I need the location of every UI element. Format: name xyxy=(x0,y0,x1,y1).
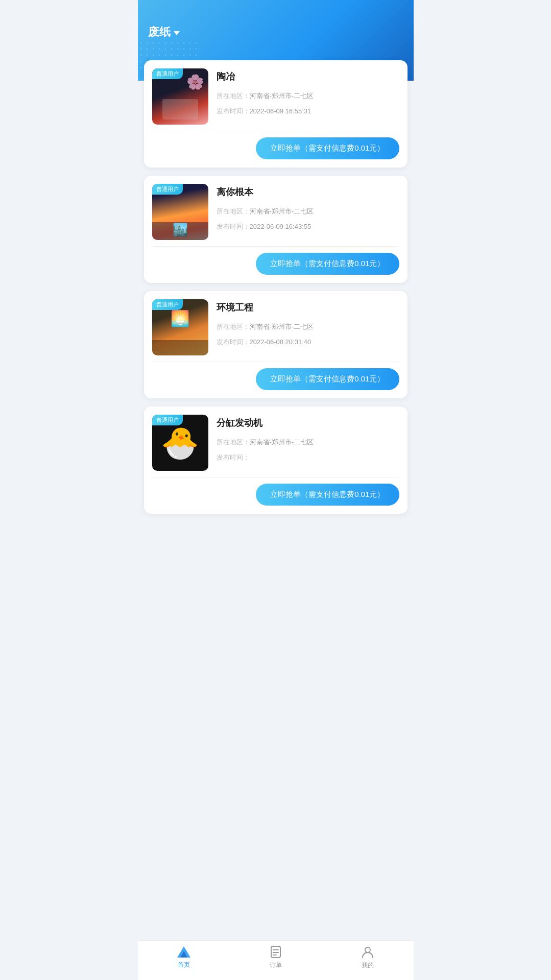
card-region-4: 所在地区：河南省-郑州市-二七区 xyxy=(217,437,399,447)
card-time-4: 发布时间： xyxy=(217,452,399,463)
card-divider-1 xyxy=(152,131,399,131)
svg-point-4 xyxy=(365,947,370,952)
card-name-1: 陶冶 xyxy=(217,70,399,83)
card-name-4: 分缸发动机 xyxy=(217,417,399,429)
card-region-2: 所在地区：河南省-郑州市-二七区 xyxy=(217,206,399,217)
card-time-1: 发布时间：2022-06-09 16:55:31 xyxy=(217,106,399,116)
user-icon xyxy=(361,945,375,959)
header-title-row: 废纸 xyxy=(148,25,403,40)
card-name-2: 离你根本 xyxy=(217,186,399,198)
card-divider-2 xyxy=(152,246,399,247)
home-icon xyxy=(177,945,191,959)
nav-label-order: 订单 xyxy=(270,961,282,970)
chevron-down-icon[interactable] xyxy=(174,31,180,35)
card-4: 普通用户 分缸发动机 所在地区：河南省-郑州市-二七区 发布时间： 立即抢单（需… xyxy=(144,407,408,514)
order-icon xyxy=(269,945,283,959)
nav-item-home[interactable]: 首页 xyxy=(166,945,202,969)
card-image-wrap-4: 普通用户 xyxy=(152,415,208,471)
card-top-3: 普通用户 环境工程 所在地区：河南省-郑州市-二七区 发布时间：2022-06-… xyxy=(152,299,399,355)
user-badge-4: 普通用户 xyxy=(152,415,183,425)
nav-label-home: 首页 xyxy=(178,961,190,969)
card-region-3: 所在地区：河南省-郑州市-二七区 xyxy=(217,322,399,332)
card-action-row-2: 立即抢单（需支付信息费0.01元） xyxy=(152,253,399,275)
card-action-row-4: 立即抢单（需支付信息费0.01元） xyxy=(152,484,399,506)
grab-btn-2[interactable]: 立即抢单（需支付信息费0.01元） xyxy=(256,253,399,275)
card-1: 普通用户 陶冶 所在地区：河南省-郑州市-二七区 发布时间：2022-06-09… xyxy=(144,60,408,168)
content-area: 普通用户 陶冶 所在地区：河南省-郑州市-二七区 发布时间：2022-06-09… xyxy=(138,60,414,573)
user-badge-2: 普通用户 xyxy=(152,184,183,195)
bottom-nav: 首页 订单 我的 xyxy=(138,940,414,980)
card-top-4: 普通用户 分缸发动机 所在地区：河南省-郑州市-二七区 发布时间： xyxy=(152,415,399,471)
grab-btn-1[interactable]: 立即抢单（需支付信息费0.01元） xyxy=(256,137,399,159)
card-2: 普通用户 离你根本 所在地区：河南省-郑州市-二七区 发布时间：2022-06-… xyxy=(144,176,408,283)
user-badge-1: 普通用户 xyxy=(152,68,183,79)
card-info-4: 分缸发动机 所在地区：河南省-郑州市-二七区 发布时间： xyxy=(217,415,399,467)
card-action-row-1: 立即抢单（需支付信息费0.01元） xyxy=(152,137,399,159)
card-divider-3 xyxy=(152,362,399,362)
card-region-1: 所在地区：河南省-郑州市-二七区 xyxy=(217,91,399,101)
nav-label-mine: 我的 xyxy=(362,961,374,970)
card-image-wrap-1: 普通用户 xyxy=(152,68,208,125)
card-time-2: 发布时间：2022-06-09 16:43:55 xyxy=(217,222,399,232)
card-info-3: 环境工程 所在地区：河南省-郑州市-二七区 发布时间：2022-06-08 20… xyxy=(217,299,399,352)
card-3: 普通用户 环境工程 所在地区：河南省-郑州市-二七区 发布时间：2022-06-… xyxy=(144,291,408,398)
card-top-1: 普通用户 陶冶 所在地区：河南省-郑州市-二七区 发布时间：2022-06-09… xyxy=(152,68,399,125)
card-info-2: 离你根本 所在地区：河南省-郑州市-二七区 发布时间：2022-06-09 16… xyxy=(217,184,399,236)
grab-btn-3[interactable]: 立即抢单（需支付信息费0.01元） xyxy=(256,368,399,390)
card-time-3: 发布时间：2022-06-08 20:31:40 xyxy=(217,337,399,347)
card-top-2: 普通用户 离你根本 所在地区：河南省-郑州市-二七区 发布时间：2022-06-… xyxy=(152,184,399,240)
card-image-wrap-2: 普通用户 xyxy=(152,184,208,240)
grab-btn-4[interactable]: 立即抢单（需支付信息费0.01元） xyxy=(256,484,399,506)
card-image-wrap-3: 普通用户 xyxy=(152,299,208,355)
card-action-row-3: 立即抢单（需支付信息费0.01元） xyxy=(152,368,399,390)
nav-item-mine[interactable]: 我的 xyxy=(350,945,386,970)
card-info-1: 陶冶 所在地区：河南省-郑州市-二七区 发布时间：2022-06-09 16:5… xyxy=(217,68,399,121)
card-name-3: 环境工程 xyxy=(217,301,399,314)
header-title: 废纸 xyxy=(148,25,171,40)
card-divider-4 xyxy=(152,477,399,477)
nav-item-order[interactable]: 订单 xyxy=(258,945,294,970)
user-badge-3: 普通用户 xyxy=(152,299,183,310)
